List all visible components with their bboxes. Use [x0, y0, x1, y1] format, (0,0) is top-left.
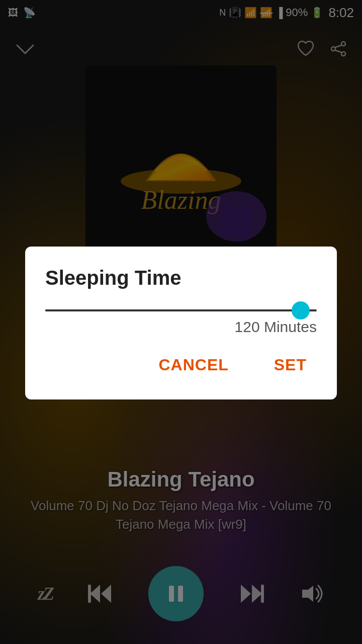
sleep-timer-slider-container: 120 Minutes	[45, 309, 317, 336]
dialog-title: Sleeping Time	[45, 267, 317, 289]
set-button[interactable]: SET	[264, 351, 317, 379]
sleeping-time-dialog: Sleeping Time 120 Minutes CANCEL SET	[25, 247, 337, 399]
dialog-buttons: CANCEL SET	[45, 351, 317, 379]
slider-value-label: 120 Minutes	[45, 318, 317, 336]
cancel-button[interactable]: CANCEL	[148, 351, 238, 379]
slider-track	[45, 309, 317, 311]
